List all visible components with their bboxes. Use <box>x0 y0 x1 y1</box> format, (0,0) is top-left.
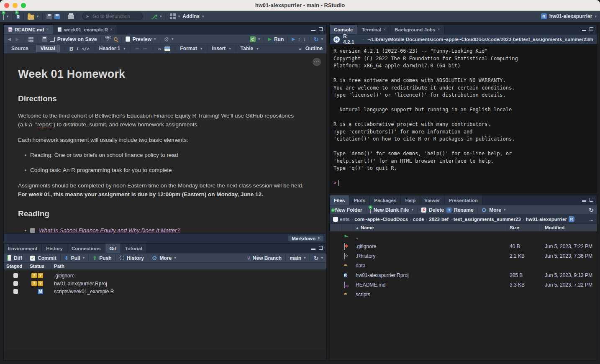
tab-tutorial[interactable]: Tutorial <box>121 244 147 253</box>
table-menu[interactable]: Table <box>241 46 253 51</box>
file-row-rhistory[interactable]: .Rhistory 2.2 KB Jun 5, 2023, 7:36 PM <box>330 251 597 261</box>
refresh-icon[interactable]: ↻ <box>314 255 319 261</box>
column-modified[interactable]: Modified <box>542 224 597 231</box>
tab-environment[interactable]: Environment <box>4 244 42 253</box>
task-checkbox[interactable] <box>30 228 35 233</box>
new-blank-file-icon[interactable]: + <box>370 207 371 213</box>
chevron-down-icon[interactable]: ▾ <box>83 256 85 260</box>
save-icon[interactable] <box>46 14 52 19</box>
staged-checkbox[interactable] <box>13 273 18 278</box>
more-options-icon[interactable]: ··· <box>313 58 321 66</box>
gear-icon[interactable]: ⚙ <box>482 207 487 213</box>
close-icon[interactable]: × <box>46 27 49 32</box>
file-row-scripts[interactable]: scripts <box>330 290 597 299</box>
minimize-pane-icon[interactable] <box>311 30 315 31</box>
reading-link-1[interactable]: What Is School Finance Equity and Why Do… <box>39 226 180 233</box>
delete-icon[interactable]: ✗ <box>421 208 426 213</box>
preview-on-save-label[interactable]: Preview on Save <box>57 36 97 42</box>
column-status[interactable]: Status <box>27 263 51 269</box>
pull-button[interactable]: Pull <box>71 255 80 261</box>
project-menu[interactable]: R hw01-alexspurrier ▾ <box>541 13 597 19</box>
git-row-rproj[interactable]: ? ? hw01-alexspurrier.Rproj <box>4 279 326 287</box>
r-version[interactable]: R 4.2.1 <box>343 33 359 45</box>
document-mode-select[interactable]: Markdown ▲▼ <box>288 236 323 241</box>
chevron-down-icon[interactable]: ▾ <box>411 208 413 212</box>
back-icon[interactable]: ◄ <box>7 36 12 42</box>
history-button[interactable]: History <box>127 255 144 261</box>
breadcrumb-item[interactable]: hw01-alexspurrier <box>526 217 567 222</box>
chevron-down-icon[interactable]: ▾ <box>321 256 323 260</box>
maximize-pane-icon[interactable] <box>319 246 323 250</box>
minimize-pane-icon[interactable] <box>582 30 586 31</box>
commit-button[interactable]: Commit <box>38 255 56 261</box>
run-previous-icon[interactable]: ↑ <box>298 36 301 42</box>
chevron-down-icon[interactable]: ▾ <box>172 37 174 41</box>
pull-icon[interactable]: ⬇ <box>64 255 69 261</box>
tab-background-jobs[interactable]: Background Jobs× <box>390 25 444 34</box>
preview-button[interactable]: Preview <box>133 36 151 42</box>
chevron-down-icon[interactable]: ▾ <box>504 208 506 212</box>
chevron-down-icon[interactable]: ▾ <box>321 37 323 41</box>
chevron-down-icon[interactable]: ▾ <box>200 47 203 51</box>
chevron-down-icon[interactable]: ▾ <box>160 15 162 18</box>
commit-icon[interactable]: ✓ <box>30 256 35 261</box>
find-replace-icon[interactable] <box>114 37 118 41</box>
chevron-down-icon[interactable]: ▾ <box>256 47 259 51</box>
minimize-window-button[interactable] <box>13 3 18 8</box>
save-icon[interactable] <box>42 36 47 42</box>
new-branch-button[interactable]: New Branch <box>253 255 282 261</box>
chevron-down-icon[interactable]: ▾ <box>123 47 126 51</box>
maximize-pane-icon[interactable] <box>319 27 323 31</box>
numbered-list-icon[interactable]: ≔ <box>143 46 148 51</box>
pane-window-buttons[interactable] <box>311 246 323 250</box>
tab-viewer[interactable]: Viewer <box>420 195 444 205</box>
staged-checkbox[interactable] <box>13 281 18 286</box>
tab-console[interactable]: Console <box>330 25 357 34</box>
spellcheck-icon[interactable]: ABC✓ <box>105 36 111 42</box>
breadcrumb-item[interactable]: 2023-bef <box>429 217 449 222</box>
insert-menu[interactable]: Insert <box>212 46 226 51</box>
rerun-icon[interactable]: ▶ <box>292 36 295 42</box>
link-icon[interactable]: ∞ <box>158 46 162 51</box>
workspace-panes-icon[interactable] <box>170 13 176 19</box>
preview-on-save-checkbox[interactable] <box>50 37 55 42</box>
pane-window-buttons[interactable] <box>582 198 593 202</box>
chevron-down-icon[interactable]: ▾ <box>202 15 204 18</box>
more-button[interactable]: More <box>160 255 172 261</box>
open-file-icon[interactable] <box>28 15 34 20</box>
tab-packages[interactable]: Packages <box>370 195 401 205</box>
git-commands-icon[interactable]: ⎇ <box>151 13 157 20</box>
tab-terminal[interactable]: Terminal× <box>357 25 390 34</box>
column-size[interactable]: Size <box>507 224 542 231</box>
breadcrumb-item[interactable]: ents <box>340 217 350 222</box>
tab-week01-example-r[interactable]: R week01_example.R × <box>53 25 117 34</box>
markdown-editor[interactable]: ··· Week 01 Homework Directions Welcome … <box>4 54 326 233</box>
preview-icon[interactable] <box>126 36 130 42</box>
git-row-gitignore[interactable]: ? ? .gitignore <box>4 272 326 279</box>
code-button[interactable]: </> <box>82 46 90 51</box>
run-next-icon[interactable]: ↓ <box>303 36 306 42</box>
pane-window-buttons[interactable] <box>582 27 593 31</box>
tab-readme-md[interactable]: MD README.md × <box>4 25 53 34</box>
gear-icon[interactable]: ⚙ <box>164 36 169 42</box>
diff-icon[interactable] <box>7 255 11 261</box>
chevron-down-icon[interactable]: ▾ <box>258 37 260 41</box>
git-row-week01-example[interactable]: M scripts/week01_example.R <box>4 287 326 295</box>
tab-help[interactable]: Help <box>401 195 420 205</box>
addins-menu[interactable]: Addins <box>182 13 200 19</box>
header-level-select[interactable]: Header 1 <box>99 46 121 51</box>
working-directory[interactable]: ~/Library/Mobile Documents/com~apple~Clo… <box>367 37 593 42</box>
tab-plots[interactable]: Plots <box>349 195 370 205</box>
tab-presentation[interactable]: Presentation <box>444 195 482 205</box>
new-blank-file-button[interactable]: New Blank File <box>374 207 409 213</box>
breadcrumb-overflow[interactable]: ... <box>589 217 593 222</box>
tab-history[interactable]: History <box>42 244 67 253</box>
close-icon[interactable]: × <box>437 27 440 32</box>
console-output[interactable]: R version 4.2.1 (2022-06-23) -- "Funny-L… <box>330 44 597 193</box>
pane-window-buttons[interactable] <box>311 27 323 31</box>
rename-icon[interactable]: ➔ <box>446 208 451 213</box>
close-icon[interactable]: × <box>110 27 113 32</box>
outline-toggle[interactable]: Outline <box>305 46 323 51</box>
new-project-button[interactable]: R+ <box>17 13 20 20</box>
outline-icon[interactable]: ≡ <box>299 46 302 51</box>
